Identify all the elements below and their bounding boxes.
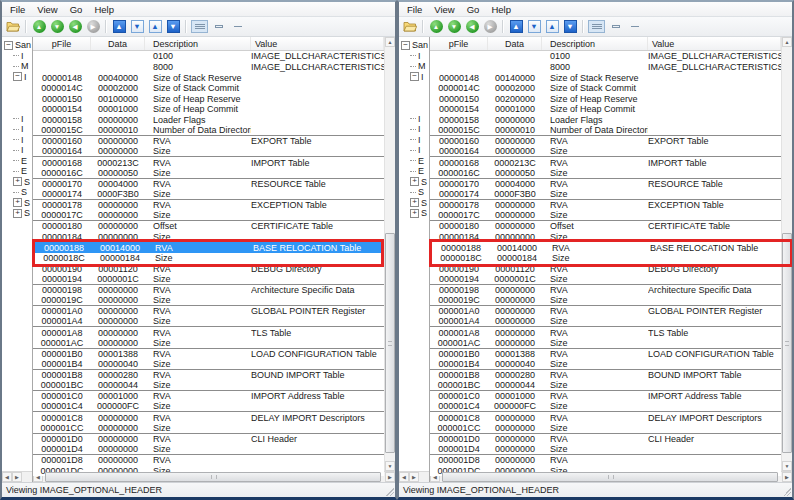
tree-item[interactable]: E xyxy=(2,166,32,177)
table-row[interactable]: 0000015C00000010Number of Data Directori… xyxy=(430,125,781,136)
view-narrow-button[interactable] xyxy=(229,20,246,33)
menu-file[interactable]: File xyxy=(401,3,428,16)
goto-prev-item-button[interactable]: ▲ xyxy=(147,19,163,34)
table-row[interactable]: 0000016C00000050Size xyxy=(33,168,384,179)
scroll-right-icon[interactable]: ▶ xyxy=(385,472,395,482)
table-row[interactable]: 000001AC00000000Size xyxy=(430,338,781,349)
table-row[interactable]: 000001B400000040Size xyxy=(33,359,384,370)
table-row[interactable]: 0000015800000000Loader Flags xyxy=(33,115,384,126)
table-row[interactable]: 0000015400001000Size of Heap Commit xyxy=(430,104,781,115)
tree-item[interactable]: E xyxy=(2,156,32,167)
list-horizontal-scrollbar[interactable]: ◀ ▶ xyxy=(430,471,792,482)
table-row[interactable]: 0000018800014000RVABASE RELOCATION Table xyxy=(35,242,381,253)
table-row[interactable]: 000001CC00000000Size xyxy=(430,423,781,434)
column-header-pfile[interactable]: pFile xyxy=(33,37,91,50)
collapse-icon[interactable]: − xyxy=(13,72,22,81)
list-horizontal-scrollbar[interactable]: ◀ ▶ xyxy=(33,471,395,482)
nav-up-button[interactable]: ▲ xyxy=(428,19,444,34)
view-medium-button[interactable] xyxy=(607,20,624,33)
table-row[interactable]: 000001A400000000Size xyxy=(430,317,781,328)
resize-grip[interactable] xyxy=(386,488,394,496)
goto-first-item-button[interactable]: ▲ xyxy=(508,19,524,34)
table-row[interactable]: 0000015800000000Loader Flags xyxy=(430,115,781,126)
tree-item[interactable]: +S xyxy=(399,198,429,209)
tree-item[interactable]: +S xyxy=(399,208,429,219)
table-row[interactable]: 000001D800000000RVA xyxy=(430,455,781,466)
nav-forward-button[interactable]: ▶ xyxy=(85,19,101,34)
table-row[interactable]: 0000016C00000050Size xyxy=(430,168,781,179)
table-row[interactable]: 0000019800000000RVAArchitecture Specific… xyxy=(33,285,384,296)
table-row[interactable]: 0000016400000000Size xyxy=(430,147,781,158)
goto-last-item-button[interactable]: ▼ xyxy=(165,19,181,34)
table-row[interactable]: 000001B800000280RVABOUND IMPORT Table xyxy=(430,370,781,381)
table-row[interactable]: 0000018C00000184Size xyxy=(35,253,381,264)
table-row[interactable]: 0000014C00002000Size of Stack Commit xyxy=(33,83,384,94)
tree-item[interactable] xyxy=(2,93,32,104)
table-row[interactable]: 000001C800000000RVADELAY IMPORT Descript… xyxy=(430,412,781,423)
table-row[interactable]: 8000IMAGE_DLLCHARACTERISTICS_TE xyxy=(33,62,384,73)
menu-view[interactable]: View xyxy=(428,3,460,16)
menu-go[interactable]: Go xyxy=(64,3,89,16)
table-row[interactable]: 000001BC00000044Size xyxy=(430,380,781,391)
horizontal-scroll-thumb[interactable] xyxy=(442,472,778,482)
tree-item[interactable]: I xyxy=(399,135,429,146)
tree-item[interactable]: +S xyxy=(399,177,429,188)
scroll-right-icon[interactable]: ▶ xyxy=(12,472,22,482)
goto-last-item-button[interactable]: ▼ xyxy=(562,19,578,34)
table-row[interactable]: 000001A000000000RVAGLOBAL POINTER Regist… xyxy=(430,306,781,317)
table-row[interactable]: 000001740000F3B0Size xyxy=(430,189,781,200)
table-row[interactable]: 000001B000001388RVALOAD CONFIGURATION Ta… xyxy=(33,349,384,360)
tree-item[interactable]: I xyxy=(399,51,429,62)
tree-item[interactable]: +S xyxy=(2,198,32,209)
tree-item[interactable]: −I xyxy=(2,72,32,83)
tree-item[interactable]: −San xyxy=(2,40,32,51)
table-row[interactable]: 0100IMAGE_DLLCHARACTERISTICS_NX xyxy=(430,51,781,62)
table-row[interactable]: 0000017000004000RVARESOURCE Table xyxy=(430,179,781,190)
collapse-icon[interactable]: − xyxy=(410,72,419,81)
tree-item[interactable] xyxy=(399,103,429,114)
table-row[interactable]: 0100IMAGE_DLLCHARACTERISTICS_NX xyxy=(33,51,384,62)
table-row[interactable]: 0000014C00002000Size of Stack Commit xyxy=(430,83,781,94)
tree-item[interactable]: E xyxy=(399,166,429,177)
table-row[interactable]: 000001D400000000Size xyxy=(33,444,384,455)
table-row[interactable]: 000001A000000000RVAGLOBAL POINTER Regist… xyxy=(33,306,384,317)
table-row[interactable]: 000001B000001388RVALOAD CONFIGURATION Ta… xyxy=(430,349,781,360)
column-header-data[interactable]: Data xyxy=(488,37,542,50)
table-row[interactable]: 000001A800000000RVATLS Table xyxy=(33,327,384,338)
table-row[interactable]: 0000017C00000000Size xyxy=(33,210,384,221)
table-row[interactable]: 000001680000213CRVAIMPORT Table xyxy=(430,157,781,168)
expand-icon[interactable]: + xyxy=(410,198,419,207)
resize-grip[interactable] xyxy=(783,488,791,496)
tree-item[interactable]: I xyxy=(399,114,429,125)
open-file-button[interactable] xyxy=(5,19,21,34)
column-header-value[interactable]: Value xyxy=(251,37,384,50)
table-row[interactable]: 000001A400000000Size xyxy=(33,317,384,328)
tree-item[interactable] xyxy=(2,103,32,114)
scroll-down-icon[interactable]: ▼ xyxy=(782,461,792,471)
table-row[interactable]: 000001A800000000RVATLS Table xyxy=(430,327,781,338)
table-row[interactable]: 000001C4000000FCSize xyxy=(33,402,384,413)
table-row[interactable]: 000001BC00000044Size xyxy=(33,380,384,391)
scroll-left-icon[interactable]: ◀ xyxy=(399,472,409,482)
table-row[interactable]: 0000018800014000RVABASE RELOCATION Table xyxy=(432,242,790,253)
goto-next-item-button[interactable]: ▼ xyxy=(129,19,145,34)
menu-go[interactable]: Go xyxy=(461,3,486,16)
table-row[interactable]: 000001D000000000RVACLI Header xyxy=(33,434,384,445)
table-row[interactable]: 0000015400001000Size of Heap Commit xyxy=(33,104,384,115)
tree-item[interactable]: S xyxy=(399,187,429,198)
table-row[interactable]: 0000016000000000RVAEXPORT Table xyxy=(33,136,384,147)
table-row[interactable]: 0000015000100000Size of Heap Reserve xyxy=(33,94,384,105)
menu-help[interactable]: Help xyxy=(485,3,517,16)
table-row[interactable]: 0000019C00000000Size xyxy=(33,295,384,306)
table-row[interactable]: 0000015000200000Size of Heap Reserve xyxy=(430,94,781,105)
table-row[interactable]: 8000IMAGE_DLLCHARACTERISTICS_TE xyxy=(430,62,781,73)
tree-item[interactable]: +S xyxy=(2,208,32,219)
table-row[interactable]: 000001940000001CSize xyxy=(430,274,781,285)
scroll-down-icon[interactable]: ▼ xyxy=(385,461,395,471)
tree-item[interactable] xyxy=(399,82,429,93)
table-row[interactable]: 0000018000000000OffsetCERTIFICATE Table xyxy=(33,221,384,232)
column-header-description[interactable]: Description xyxy=(542,37,648,50)
table-row[interactable]: 000001B800000280RVABOUND IMPORT Table xyxy=(33,370,384,381)
tree-item[interactable]: I xyxy=(2,135,32,146)
nav-forward-button[interactable]: ▶ xyxy=(482,19,498,34)
